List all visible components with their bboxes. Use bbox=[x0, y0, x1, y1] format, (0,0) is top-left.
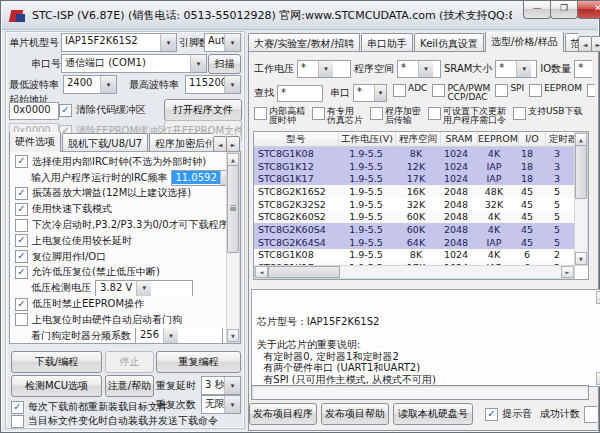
table-vertical-scrollbar[interactable]: ▲ ▼ bbox=[574, 132, 588, 266]
checkbox-checked-icon[interactable]: ✓ bbox=[15, 203, 28, 216]
table-row[interactable]: STC8G2K60S41.9-5.560K20484K455 bbox=[254, 223, 575, 236]
repeat-count-select[interactable]: 无限▾ bbox=[201, 395, 241, 414]
table-row[interactable]: STC8G1K081.9-5.58K10244K62 bbox=[254, 249, 575, 262]
checkbox-unchecked-icon[interactable] bbox=[428, 107, 441, 120]
left-tab-脱机下载/U8/U7[interactable]: 脱机下载/U8/U7 bbox=[62, 133, 148, 152]
checkbox-unchecked-icon[interactable] bbox=[529, 84, 542, 97]
publish-project-help-button[interactable]: 发布项目帮助 bbox=[321, 403, 389, 425]
beep-checkbox[interactable]: ✓ bbox=[485, 408, 498, 421]
max-baud-select[interactable]: 115200▾ bbox=[185, 75, 241, 94]
checkbox-unchecked-icon[interactable] bbox=[432, 84, 445, 97]
read-disk-id-button[interactable]: 读取本机硬盘号 bbox=[393, 403, 473, 425]
voltage-filter-select[interactable]: *▾ bbox=[297, 60, 351, 78]
chevron-down-icon[interactable]: ▾ bbox=[190, 55, 206, 72]
feature-checkbox-可设置下次更新[interactable]: 可设置下次更新用户程序需口令 bbox=[428, 107, 506, 126]
table-row[interactable]: STC8G2K60S21.9-5.560K20484K455 bbox=[254, 210, 575, 223]
scrollbar-thumb[interactable] bbox=[575, 145, 587, 199]
pin-count-select[interactable]: Auto▾ bbox=[204, 33, 241, 52]
io-filter-select[interactable]: *▾ bbox=[574, 60, 592, 78]
column-header-EEPROM[interactable]: EEPROM bbox=[478, 132, 519, 146]
right-tab-范例程序[interactable]: 范例程序 bbox=[565, 33, 578, 52]
checkbox-unchecked-icon[interactable] bbox=[15, 313, 28, 326]
scroll-up-icon[interactable]: ▲ bbox=[596, 291, 600, 304]
option-row[interactable]: ✓上电复位使用较长延时 bbox=[10, 233, 227, 249]
chevron-down-icon[interactable]: ▾ bbox=[374, 85, 386, 101]
checkbox-checked-icon[interactable]: ✓ bbox=[15, 298, 28, 311]
option-row[interactable]: 下次冷启动时,P3.2/P3.3为0/0才可下载程序 bbox=[10, 217, 227, 233]
chevron-down-icon[interactable]: ▾ bbox=[418, 61, 433, 77]
option-row[interactable]: ✓选择使用内部IRC时钟(不选为外部时钟) bbox=[10, 154, 227, 170]
chevron-down-icon[interactable]: ▾ bbox=[163, 328, 178, 343]
chevron-down-icon[interactable]: ▾ bbox=[318, 61, 333, 77]
table-row[interactable]: STC8G2K32S21.9-5.532K204832K455 bbox=[254, 198, 575, 211]
scroll-right-icon[interactable]: ► bbox=[561, 266, 574, 278]
left-tab-硬件选项[interactable]: 硬件选项 bbox=[9, 132, 61, 152]
checkbox-checked-icon[interactable]: ✓ bbox=[15, 155, 28, 168]
option-row[interactable]: ✓振荡器放大增益(12M以上建议选择) bbox=[10, 186, 227, 202]
checkbox-unchecked-icon[interactable] bbox=[370, 107, 383, 120]
reload-target-file-checkbox[interactable]: ✓ 每次下载前都重新装载目标文件 bbox=[11, 400, 168, 414]
chevron-down-icon[interactable]: ▾ bbox=[224, 76, 240, 93]
checkbox-checked-icon[interactable]: ✓ bbox=[11, 401, 24, 414]
option-row[interactable]: ✓复位脚用作I/O口 bbox=[10, 249, 227, 265]
tab-scroll-left-icon[interactable]: ◄ bbox=[578, 36, 592, 52]
com-port-select[interactable]: 通信端口 (COM1)▾ bbox=[61, 54, 207, 73]
checkbox-unchecked-icon[interactable] bbox=[393, 84, 406, 97]
column-header-I/O[interactable]: I/O bbox=[519, 132, 546, 146]
table-row[interactable]: STC8G2K64S41.9-5.564K2048IAP455 bbox=[254, 236, 575, 249]
check-mcu-options-button[interactable]: 检测MCU选项 bbox=[11, 375, 102, 397]
scrollbar-thumb[interactable] bbox=[268, 266, 340, 278]
right-tab-大赛/实验室/教材/招聘[interactable]: 大赛/实验室/教材/招聘 bbox=[248, 33, 360, 52]
sram-filter-select[interactable]: *▾ bbox=[495, 60, 537, 78]
flash-filter-select[interactable]: *▾ bbox=[397, 60, 441, 78]
option-row[interactable]: 看门狗定时器分频系数256▾ bbox=[10, 328, 227, 344]
checkbox-checked-icon[interactable]: ✓ bbox=[15, 250, 28, 263]
chevron-down-icon[interactable]: ▾ bbox=[224, 34, 240, 51]
option-row[interactable]: 上电复位时由硬件自动启动看门狗 bbox=[10, 312, 227, 328]
irc-frequency-input[interactable]: 11.0592▾ bbox=[171, 170, 227, 186]
right-tab-串口助手[interactable]: 串口助手 bbox=[361, 33, 413, 52]
chevron-down-icon[interactable]: ▾ bbox=[516, 61, 531, 77]
scan-button[interactable]: 扫描 bbox=[208, 54, 241, 74]
table-row[interactable]: STC8G1K081.9-5.58K10244K183 bbox=[254, 147, 575, 160]
right-tab-Keil仿真设置[interactable]: Keil仿真设置 bbox=[414, 33, 484, 52]
option-select[interactable]: 256▾ bbox=[135, 328, 223, 344]
column-header-SRAM[interactable]: SRAM bbox=[441, 132, 478, 146]
tab-scroll-left-icon[interactable]: ◄ bbox=[213, 136, 227, 152]
right-tab-选型/价格/样品[interactable]: 选型/价格/样品 bbox=[485, 32, 564, 52]
feature-checkbox-PCA/PWM[interactable]: PCA/PWMCCP/DAC bbox=[432, 84, 490, 103]
column-header-型号[interactable]: 型号 bbox=[254, 132, 339, 146]
checkbox-checked-icon[interactable]: ✓ bbox=[15, 187, 28, 200]
feature-checkbox-EEPROM[interactable]: EEPROM bbox=[529, 84, 582, 103]
scroll-down-icon[interactable]: ▼ bbox=[575, 252, 587, 265]
autoload-on-change-checkbox[interactable]: 当目标文件变化时自动装载并发送下载命令 bbox=[11, 414, 218, 428]
chevron-down-icon[interactable]: ▾ bbox=[136, 281, 151, 296]
column-header-程序空间[interactable]: 程序空间 bbox=[396, 132, 441, 146]
info-vertical-scrollbar[interactable]: ▲ ▼ bbox=[596, 290, 600, 386]
checkbox-checked-icon[interactable]: ✓ bbox=[15, 266, 28, 279]
minimize-button[interactable]: — bbox=[523, 1, 551, 19]
option-row[interactable]: ✓低压时禁止EEPROM操作 bbox=[10, 296, 227, 312]
option-row[interactable]: 输入用户程序运行时的IRC频率11.0592▾MHz bbox=[10, 170, 227, 186]
option-select[interactable]: 3.82 V▾ bbox=[95, 280, 193, 296]
help-button[interactable]: 注意/帮助 bbox=[105, 375, 154, 397]
checkbox-unchecked-icon[interactable] bbox=[254, 107, 267, 120]
option-row[interactable]: 低压检测电压3.82 V▾ bbox=[10, 280, 227, 296]
scroll-left-icon[interactable]: ◄ bbox=[255, 266, 268, 278]
publish-project-program-button[interactable]: 发布项目程序 bbox=[249, 403, 317, 425]
search-filter-input[interactable]: * bbox=[277, 85, 323, 102]
chevron-down-icon[interactable]: ▾ bbox=[100, 76, 116, 93]
checkbox-unchecked-icon[interactable] bbox=[587, 84, 595, 97]
feature-checkbox-内部高精[interactable]: 内部高精度时钟 bbox=[254, 107, 305, 126]
min-baud-select[interactable]: 2400▾ bbox=[63, 75, 117, 94]
feature-checkbox-比较器(可当[interactable]: 比较器(可当可作掉电检 bbox=[587, 84, 595, 103]
maximize-button[interactable]: ❐ bbox=[550, 1, 578, 19]
clear-code-buffer-checkbox[interactable]: ✓ 清除代码缓冲区 bbox=[59, 103, 146, 117]
open-program-file-button[interactable]: 打开程序文件 bbox=[164, 99, 242, 121]
code-start-address-input[interactable]: 0x0000 bbox=[9, 102, 59, 120]
feature-checkbox-ADC[interactable]: ADC bbox=[393, 84, 427, 103]
download-program-button[interactable]: 下载/编程 bbox=[11, 351, 102, 373]
repeat-program-button[interactable]: 重复编程 bbox=[156, 351, 241, 373]
repeat-delay-select[interactable]: 3 秒▾ bbox=[201, 376, 241, 395]
scroll-down-icon[interactable]: ▼ bbox=[596, 372, 600, 385]
